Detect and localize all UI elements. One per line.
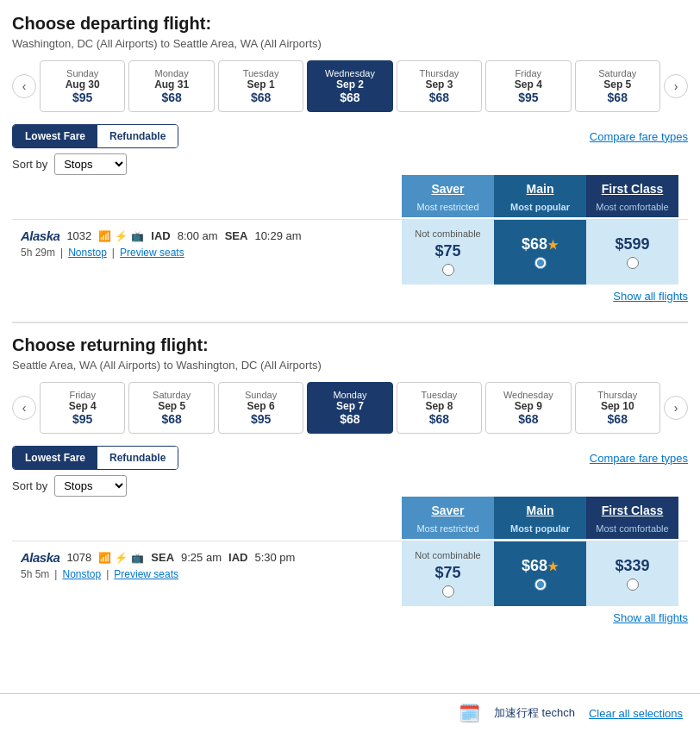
date-cell[interactable]: SaturdaySep 5$68 <box>575 60 660 112</box>
departing-fare-subheaders: Most restricted Most popular Most comfor… <box>12 199 688 217</box>
departing-controls: Lowest Fare Refundable Compare fare type… <box>12 124 688 148</box>
wifi-icon2: 📶 <box>98 552 111 564</box>
departing-fare-toggle: Lowest Fare Refundable <box>12 124 178 148</box>
departing-depart-time: 8:00 am <box>178 229 218 242</box>
separator3: | <box>54 568 57 580</box>
returning-main-radio[interactable] <box>534 579 547 591</box>
plug-icon2: ⚡ <box>115 552 128 564</box>
returning-airline-logo: Alaska <box>21 550 59 565</box>
departing-main-subheader: Most popular <box>494 199 586 217</box>
returning-nonstop-link[interactable]: Nonstop <box>62 568 101 580</box>
departing-show-all-link[interactable]: Show all flights <box>613 290 688 303</box>
date-cell[interactable]: SaturdaySep 5$68 <box>128 382 214 434</box>
departing-show-all-row: Show all flights <box>12 285 688 306</box>
wifi-icon: 📶 <box>98 230 111 242</box>
returning-first-cell[interactable]: $339 <box>586 541 678 606</box>
departing-title: Choose departing flight: <box>12 14 688 34</box>
departing-duration: 5h 29m <box>21 247 55 259</box>
returning-prev-arrow[interactable]: ‹ <box>12 396 36 420</box>
returning-sort-row: Sort by Stops Price Duration <box>12 475 688 497</box>
departing-lowest-fare-btn[interactable]: Lowest Fare <box>13 125 97 147</box>
returning-preview-link[interactable]: Preview seats <box>114 568 178 580</box>
departing-main-radio[interactable] <box>534 257 547 269</box>
date-cell[interactable]: ThursdaySep 3$68 <box>397 60 482 112</box>
returning-saver-radio[interactable] <box>442 585 454 597</box>
date-cell[interactable]: TuesdaySep 8$68 <box>397 382 482 434</box>
returning-flight-info: Alaska 1078 📶 ⚡ 📺 SEA 9:25 am IAD 5:30 p… <box>12 541 402 606</box>
departing-main-price: $68★ <box>522 235 559 253</box>
returning-section: Choose returning flight: Seattle Area, W… <box>12 335 688 628</box>
returning-fare-subheaders: Most restricted Most popular Most comfor… <box>12 521 688 539</box>
date-cell[interactable]: SundayAug 30$95 <box>40 60 125 112</box>
returning-first-price: $339 <box>615 557 649 575</box>
departing-first-subheader: Most comfortable <box>586 199 678 217</box>
returning-show-all-row: Show all flights <box>12 606 688 628</box>
departing-sort-select[interactable]: Stops Price Duration <box>54 153 127 175</box>
date-cell[interactable]: MondaySep 7$68 <box>307 382 392 434</box>
departing-airline-logo: Alaska <box>21 228 59 243</box>
separator4: | <box>106 568 109 580</box>
returning-saver-cell[interactable]: Not combinable $75 <box>402 541 494 606</box>
returning-subtitle: Seattle Area, WA (All Airports) to Washi… <box>12 359 688 372</box>
returning-flight-row: Alaska 1078 📶 ⚡ 📺 SEA 9:25 am IAD 5:30 p… <box>12 541 688 606</box>
returning-fare-headers: Saver Main First Class <box>12 497 688 521</box>
date-cell[interactable]: FridaySep 4$95 <box>485 60 571 112</box>
departing-saver-price: $75 <box>434 242 460 260</box>
returning-dest-code: IAD <box>228 551 247 564</box>
departing-sort-label: Sort by <box>12 158 47 171</box>
departing-first-header: First Class <box>586 175 678 199</box>
departing-preview-link[interactable]: Preview seats <box>120 247 184 259</box>
returning-next-arrow[interactable]: › <box>664 396 688 420</box>
returning-origin-code: SEA <box>151 551 174 564</box>
departing-saver-header: Saver <box>402 175 494 199</box>
departing-flight-row: Alaska 1032 📶 ⚡ 📺 IAD 8:00 am SEA 10:29 … <box>12 219 688 285</box>
returning-date-cells: FridaySep 4$95SaturdaySep 5$68SundaySep … <box>40 382 660 434</box>
returning-saver-subheader: Most restricted <box>402 521 494 539</box>
departing-flight-info: Alaska 1032 📶 ⚡ 📺 IAD 8:00 am SEA 10:29 … <box>12 220 402 285</box>
returning-flight-icons: 📶 ⚡ 📺 <box>98 552 144 564</box>
departing-dest-code: SEA <box>225 229 248 242</box>
returning-saver-not-combinable: Not combinable <box>415 550 480 560</box>
date-cell[interactable]: FridaySep 4$95 <box>40 382 125 434</box>
plug-icon: ⚡ <box>115 230 128 242</box>
departing-saver-cell[interactable]: Not combinable $75 <box>402 220 494 285</box>
departing-compare-link[interactable]: Compare fare types <box>590 130 688 143</box>
departing-saver-radio[interactable] <box>442 264 454 276</box>
returning-compare-link[interactable]: Compare fare types <box>590 452 688 465</box>
departing-date-cells: SundayAug 30$95MondayAug 31$68TuesdaySep… <box>40 60 660 112</box>
returning-title: Choose returning flight: <box>12 335 688 355</box>
departing-section: Choose departing flight: Washington, DC … <box>12 14 688 306</box>
returning-lowest-fare-btn[interactable]: Lowest Fare <box>13 447 97 469</box>
returning-sort-label: Sort by <box>12 479 47 492</box>
returning-first-subheader: Most comfortable <box>586 521 678 539</box>
returning-controls: Lowest Fare Refundable Compare fare type… <box>12 446 688 470</box>
returning-flight-meta: 5h 5m | Nonstop | Preview seats <box>21 568 393 580</box>
date-cell[interactable]: TuesdaySep 1$68 <box>218 60 303 112</box>
departing-arrive-time: 10:29 am <box>254 229 301 242</box>
departing-refundable-btn[interactable]: Refundable <box>97 125 178 147</box>
returning-main-cell[interactable]: $68★ <box>494 541 586 606</box>
date-cell[interactable]: MondayAug 31$68 <box>128 60 214 112</box>
departing-origin-code: IAD <box>151 229 170 242</box>
returning-first-radio[interactable] <box>627 579 639 591</box>
departing-first-cell[interactable]: $599 <box>586 220 678 285</box>
departing-saver-subheader: Most restricted <box>402 199 494 217</box>
returning-sort-select[interactable]: Stops Price Duration <box>54 475 127 497</box>
departing-nonstop-link[interactable]: Nonstop <box>68 247 107 259</box>
returning-main-header: Main <box>494 497 586 521</box>
returning-saver-header: Saver <box>402 497 494 521</box>
departing-next-arrow[interactable]: › <box>664 74 688 98</box>
date-cell[interactable]: ThursdaySep 10$68 <box>575 382 660 434</box>
date-cell[interactable]: SundaySep 6$95 <box>218 382 303 434</box>
departing-flight-meta: 5h 29m | Nonstop | Preview seats <box>21 247 393 259</box>
date-cell[interactable]: WednesdaySep 2$68 <box>307 60 392 112</box>
returning-refundable-btn[interactable]: Refundable <box>97 447 178 469</box>
departing-main-cell[interactable]: $68★ <box>494 220 586 285</box>
section-divider <box>12 322 688 323</box>
departing-prev-arrow[interactable]: ‹ <box>12 74 36 98</box>
departing-first-radio[interactable] <box>627 257 639 269</box>
returning-duration: 5h 5m <box>21 568 49 580</box>
date-cell[interactable]: WednesdaySep 9$68 <box>485 382 571 434</box>
returning-show-all-link[interactable]: Show all flights <box>613 611 688 624</box>
returning-main-price: $68★ <box>522 557 559 575</box>
